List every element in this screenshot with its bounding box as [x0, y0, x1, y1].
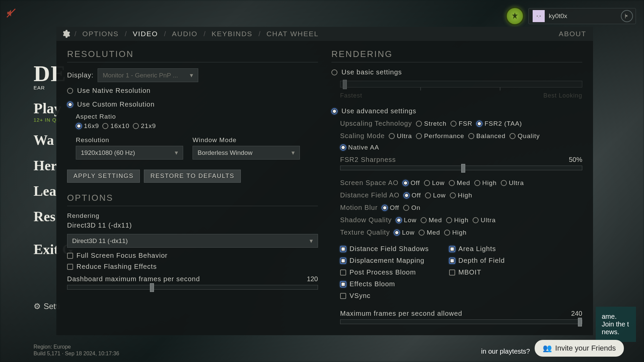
check-displacement-mapping[interactable] [340, 258, 346, 264]
radio-upscale-stretch[interactable] [416, 121, 422, 127]
radio-ssao-med[interactable] [449, 180, 455, 186]
radio-shadow-low[interactable] [396, 217, 402, 223]
label-texture-low: Low [402, 229, 415, 236]
tab-chat-wheel[interactable]: CHAT WHEEL [264, 30, 321, 38]
currency-badge[interactable] [505, 7, 524, 25]
slider-thumb[interactable] [461, 164, 465, 173]
radio-basic-settings[interactable] [331, 69, 337, 75]
window-mode-select[interactable]: Borderless Window ▾ [193, 146, 300, 160]
radio-motion-on[interactable] [403, 205, 409, 211]
radio-aspect-21x9[interactable] [133, 123, 139, 129]
label-dof: Depth of Field [459, 257, 505, 264]
radio-scaling-performance[interactable] [416, 133, 422, 139]
label-reduce-flashing: Reduce Flashing Effects [76, 263, 157, 270]
resolution-select[interactable]: 644x362 (60 Hz) ▾ [76, 146, 183, 160]
check-effects-bloom[interactable] [340, 281, 346, 287]
label-dfao-high: High [458, 192, 472, 199]
apply-settings-button[interactable]: APPLY SETTINGS [67, 170, 140, 183]
check-depth-of-field[interactable] [449, 258, 455, 264]
radio-dfao-high[interactable] [450, 192, 456, 198]
radio-shadow-med[interactable] [421, 217, 427, 223]
settings-panel: / OPTIONS / VIDEO / AUDIO / KEYBINDS / C… [56, 27, 593, 335]
tab-about[interactable]: ABOUT [557, 30, 588, 38]
radio-custom-resolution[interactable] [67, 102, 73, 108]
max-fps-slider[interactable] [340, 319, 582, 324]
radio-ssao-ultra[interactable] [501, 180, 507, 186]
gear-icon[interactable] [61, 29, 70, 39]
radio-texture-high[interactable] [444, 230, 450, 236]
radio-scaling-balanced[interactable] [468, 133, 474, 139]
radio-scaling-quality[interactable] [509, 133, 516, 139]
radio-texture-med[interactable] [419, 230, 425, 236]
radio-motion-off[interactable] [382, 205, 388, 211]
region-text: Region: Europe [34, 344, 71, 350]
label-area-lights: Area Lights [459, 245, 496, 253]
label-motion-off: Off [390, 204, 399, 212]
radio-scaling-native[interactable] [340, 144, 346, 150]
sharpness-slider[interactable] [340, 166, 582, 170]
label-ssao-off: Off [411, 179, 420, 187]
tab-options[interactable]: OPTIONS [80, 30, 121, 38]
chevron-down-icon: ▾ [175, 149, 178, 157]
check-fullscreen-focus[interactable] [67, 253, 73, 259]
radio-ssao-high[interactable] [474, 180, 480, 186]
tab-separator: / [74, 30, 76, 38]
check-post-process-bloom[interactable] [340, 269, 346, 276]
scaling-label: Scaling Mode [340, 132, 385, 140]
texture-label: Texture Quality [340, 229, 390, 236]
check-reduce-flashing[interactable] [67, 264, 73, 270]
person-add-icon: 👥 [543, 344, 552, 353]
label-disp: Displacement Mapping [350, 257, 424, 264]
label-fullscreen-focus: Full Screen Focus Behavior [76, 252, 168, 259]
check-distance-field-shadows[interactable] [340, 246, 346, 252]
tab-audio[interactable]: AUDIO [170, 30, 200, 38]
radio-shadow-high[interactable] [446, 217, 452, 223]
label-scaling-balanced: Balanced [476, 132, 505, 140]
tab-video[interactable]: VIDEO [131, 30, 160, 38]
radio-aspect-16x10[interactable] [102, 123, 108, 129]
aspect-ratio-label: Aspect Ratio [76, 113, 318, 120]
report-icon[interactable] [621, 10, 633, 22]
invite-friends-button[interactable]: 👥 Invite your Friends [535, 340, 624, 357]
radio-ssao-low[interactable] [424, 180, 430, 186]
window-mode-value: Borderless Window [198, 149, 253, 157]
display-select[interactable]: Monitor 1 - Generic PnP ... ▾ [98, 68, 198, 82]
label-ssao-low: Low [432, 179, 445, 187]
renderer-select-value: Direct3D 11 (-dx11) [72, 237, 128, 245]
label-advanced-settings: Use advanced settings [341, 107, 416, 115]
sharpness-value: 50% [569, 156, 582, 164]
radio-scaling-ultra[interactable] [389, 133, 395, 139]
user-pill[interactable]: •.• ky0t0x [528, 8, 636, 24]
slider-thumb[interactable] [150, 283, 154, 292]
display-label: Display: [67, 71, 94, 79]
check-area-lights[interactable] [449, 246, 455, 252]
tab-separator: / [125, 30, 127, 38]
radio-shadow-ultra[interactable] [473, 217, 479, 223]
radio-aspect-16x9[interactable] [76, 123, 82, 129]
label-scaling-native: Native AA [348, 144, 379, 151]
build-text: Build 5,171 · Sep 18 2024, 10:17:36 [34, 351, 119, 357]
radio-dfao-off[interactable] [404, 192, 410, 198]
section-rendering: RENDERING [331, 49, 582, 62]
dfao-label: Distance Field AO [340, 191, 399, 199]
renderer-select[interactable]: Direct3D 11 (-dx11) ▾ [67, 234, 318, 248]
radio-upscale-fsr[interactable] [450, 121, 457, 127]
slider-thumb[interactable] [578, 318, 582, 326]
radio-texture-low[interactable] [394, 230, 400, 236]
radio-advanced-settings[interactable] [331, 108, 337, 114]
mute-icon[interactable] [6, 8, 16, 18]
radio-upscale-fsr2[interactable] [476, 121, 482, 127]
radio-dfao-low[interactable] [425, 192, 431, 198]
radio-native-resolution[interactable] [67, 88, 73, 94]
label-basic-settings: Use basic settings [341, 68, 402, 76]
tab-keybinds[interactable]: KEYBINDS [210, 30, 255, 38]
restore-defaults-button[interactable]: RESTORE TO DEFAULTS [144, 170, 241, 183]
check-vsync[interactable] [340, 293, 346, 299]
label-dfs: Distance Field Shadows [350, 245, 429, 253]
radio-ssao-off[interactable] [402, 180, 409, 186]
dashboard-fps-label: Dashboard maximum frames per second [67, 275, 200, 283]
rendering-value: Direct3D 11 (-dx11) [67, 222, 318, 229]
label-upscale-fsr2: FSR2 (TAA) [484, 120, 522, 127]
check-mboit[interactable] [449, 269, 455, 276]
dashboard-fps-slider[interactable] [67, 285, 318, 290]
